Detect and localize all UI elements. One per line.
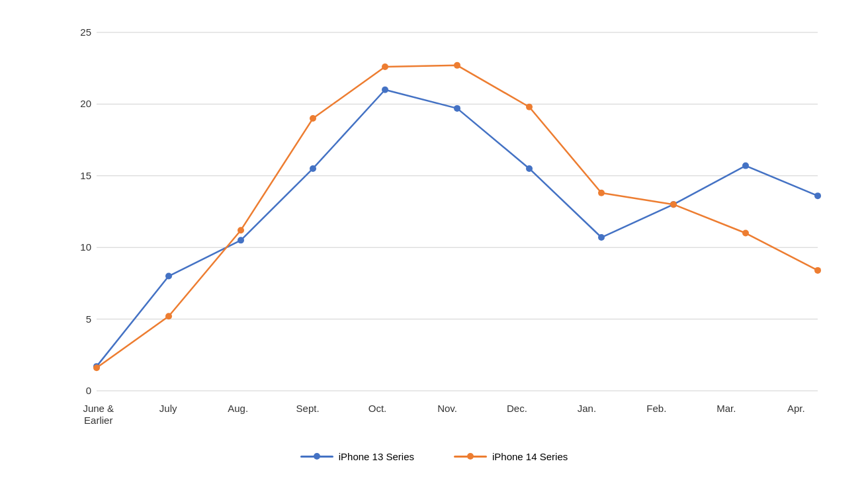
svg-point-16 — [382, 87, 388, 93]
svg-point-29 — [526, 104, 533, 110]
svg-point-28 — [454, 62, 460, 69]
svg-point-13 — [165, 273, 172, 280]
svg-point-27 — [382, 63, 388, 70]
svg-point-26 — [310, 115, 316, 122]
svg-text:15: 15 — [80, 170, 91, 181]
chart-svg: 0510152025 — [64, 19, 831, 397]
legend-dot — [467, 453, 474, 460]
svg-point-22 — [814, 192, 821, 199]
x-axis-label: Sept. — [273, 403, 342, 437]
svg-point-21 — [742, 163, 749, 169]
x-axis-label: Oct. — [343, 403, 412, 437]
legend-item: iPhone 14 Series — [454, 450, 568, 462]
svg-point-33 — [814, 267, 821, 274]
svg-text:10: 10 — [80, 241, 91, 253]
svg-point-17 — [454, 105, 460, 112]
x-axis-label: Apr. — [761, 403, 831, 437]
legend-label: iPhone 13 Series — [339, 451, 414, 462]
svg-point-32 — [742, 230, 749, 237]
svg-point-24 — [165, 313, 172, 319]
svg-point-15 — [310, 165, 316, 172]
svg-point-14 — [238, 237, 244, 243]
svg-text:5: 5 — [86, 313, 91, 325]
x-axis-label: Aug. — [203, 403, 273, 437]
svg-point-19 — [598, 234, 605, 241]
legend-label: iPhone 14 Series — [492, 451, 568, 462]
svg-point-30 — [598, 190, 605, 196]
svg-text:20: 20 — [80, 98, 91, 109]
svg-point-23 — [93, 364, 100, 371]
chart-area: 0510152025 June &EarlierJulyAug.Sept.Oct… — [37, 19, 831, 437]
x-axis-label: Mar. — [691, 403, 761, 437]
svg-point-18 — [526, 165, 533, 172]
svg-text:0: 0 — [86, 385, 91, 396]
legend-item: iPhone 13 Series — [300, 450, 414, 462]
legend: iPhone 13 SeriesiPhone 14 Series — [37, 437, 831, 469]
y-axis-label — [37, 19, 64, 437]
x-axis-label: Nov. — [412, 403, 482, 437]
svg-point-31 — [670, 201, 677, 208]
x-axis-label: July — [133, 403, 202, 437]
x-axis-label: Jan. — [552, 403, 621, 437]
x-axis-label: June &Earlier — [64, 403, 133, 437]
x-axis-labels: June &EarlierJulyAug.Sept.Oct.Nov.Dec.Ja… — [64, 397, 831, 437]
chart-container: 0510152025 June &EarlierJulyAug.Sept.Oct… — [37, 19, 831, 469]
svg-text:25: 25 — [80, 26, 91, 38]
chart-inner: 0510152025 June &EarlierJulyAug.Sept.Oct… — [64, 19, 831, 437]
x-axis-label: Dec. — [482, 403, 552, 437]
grid-and-lines: 0510152025 — [64, 19, 831, 397]
legend-dot — [314, 453, 320, 460]
svg-point-25 — [238, 227, 244, 233]
x-axis-label: Feb. — [622, 403, 691, 437]
